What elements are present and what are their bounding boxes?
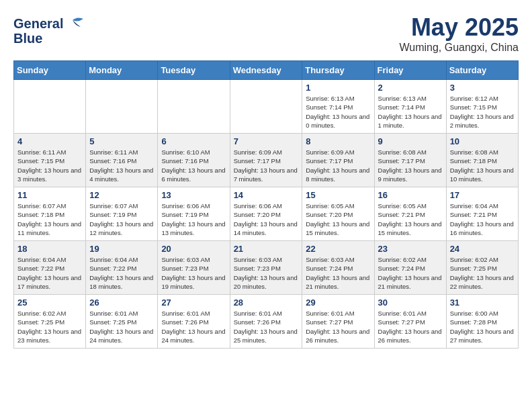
day-number: 1 <box>306 83 370 93</box>
calendar-cell: 17Sunrise: 6:04 AMSunset: 7:21 PMDayligh… <box>446 187 518 241</box>
day-info: Sunrise: 6:13 AMSunset: 7:14 PMDaylight:… <box>306 94 370 130</box>
day-info: Sunrise: 6:03 AMSunset: 7:23 PMDaylight:… <box>234 255 299 291</box>
day-info: Sunrise: 6:10 AMSunset: 7:16 PMDaylight:… <box>161 148 226 183</box>
svg-text:Blue: Blue <box>13 31 42 46</box>
calendar-cell <box>86 80 158 134</box>
weekday-header-thursday: Thursday <box>302 61 374 80</box>
weekday-header-friday: Friday <box>374 61 446 80</box>
day-number: 7 <box>234 136 299 146</box>
svg-text:General: General <box>13 16 63 31</box>
day-number: 17 <box>450 190 515 200</box>
day-info: Sunrise: 6:04 AMSunset: 7:22 PMDaylight:… <box>17 255 82 291</box>
day-info: Sunrise: 6:04 AMSunset: 7:21 PMDaylight:… <box>450 201 515 237</box>
weekday-header-tuesday: Tuesday <box>158 61 230 80</box>
day-info: Sunrise: 6:01 AMSunset: 7:25 PMDaylight:… <box>89 309 154 345</box>
calendar-table: SundayMondayTuesdayWednesdayThursdayFrid… <box>13 60 519 349</box>
title-block: May 2025 Wuming, Guangxi, China <box>399 13 519 54</box>
day-number: 23 <box>378 244 443 254</box>
calendar-cell: 25Sunrise: 6:02 AMSunset: 7:25 PMDayligh… <box>14 295 86 349</box>
logo: General Blue <box>13 13 87 50</box>
day-number: 27 <box>161 298 226 308</box>
calendar-cell: 12Sunrise: 6:07 AMSunset: 7:19 PMDayligh… <box>86 187 158 241</box>
calendar-cell: 7Sunrise: 6:09 AMSunset: 7:17 PMDaylight… <box>230 134 302 187</box>
day-number: 9 <box>378 136 443 146</box>
day-number: 26 <box>89 298 154 308</box>
calendar-cell: 1Sunrise: 6:13 AMSunset: 7:14 PMDaylight… <box>302 80 374 134</box>
calendar-week-1: 1Sunrise: 6:13 AMSunset: 7:14 PMDaylight… <box>14 80 519 134</box>
day-info: Sunrise: 6:01 AMSunset: 7:26 PMDaylight:… <box>161 309 226 345</box>
page-header: General Blue May 2025 Wuming, Guangxi, C… <box>13 13 519 54</box>
calendar-cell: 18Sunrise: 6:04 AMSunset: 7:22 PMDayligh… <box>14 241 86 295</box>
day-info: Sunrise: 6:13 AMSunset: 7:14 PMDaylight:… <box>378 94 443 130</box>
day-info: Sunrise: 6:02 AMSunset: 7:24 PMDaylight:… <box>378 255 443 291</box>
day-number: 29 <box>306 298 370 308</box>
day-number: 6 <box>161 136 226 146</box>
calendar-cell: 21Sunrise: 6:03 AMSunset: 7:23 PMDayligh… <box>230 241 302 295</box>
calendar-cell: 19Sunrise: 6:04 AMSunset: 7:22 PMDayligh… <box>86 241 158 295</box>
day-info: Sunrise: 6:01 AMSunset: 7:27 PMDaylight:… <box>306 309 370 345</box>
calendar-cell <box>14 80 86 134</box>
day-number: 15 <box>306 190 370 200</box>
calendar-cell: 11Sunrise: 6:07 AMSunset: 7:18 PMDayligh… <box>14 187 86 241</box>
day-info: Sunrise: 6:06 AMSunset: 7:19 PMDaylight:… <box>161 201 226 237</box>
calendar-week-4: 18Sunrise: 6:04 AMSunset: 7:22 PMDayligh… <box>14 241 519 295</box>
day-number: 28 <box>234 298 299 308</box>
day-number: 18 <box>17 244 82 254</box>
day-number: 16 <box>378 190 443 200</box>
day-number: 30 <box>378 298 443 308</box>
calendar-cell: 4Sunrise: 6:11 AMSunset: 7:15 PMDaylight… <box>14 134 86 187</box>
day-number: 20 <box>161 244 226 254</box>
day-number: 4 <box>17 136 82 146</box>
day-info: Sunrise: 6:01 AMSunset: 7:26 PMDaylight:… <box>234 309 299 345</box>
day-info: Sunrise: 6:12 AMSunset: 7:15 PMDaylight:… <box>450 94 515 130</box>
day-number: 12 <box>89 190 154 200</box>
calendar-header-row: SundayMondayTuesdayWednesdayThursdayFrid… <box>14 61 519 80</box>
calendar-cell: 14Sunrise: 6:06 AMSunset: 7:20 PMDayligh… <box>230 187 302 241</box>
day-number: 11 <box>17 190 82 200</box>
weekday-header-saturday: Saturday <box>446 61 518 80</box>
day-info: Sunrise: 6:02 AMSunset: 7:25 PMDaylight:… <box>17 309 82 345</box>
calendar-cell <box>230 80 302 134</box>
calendar-cell: 6Sunrise: 6:10 AMSunset: 7:16 PMDaylight… <box>158 134 230 187</box>
calendar-cell <box>158 80 230 134</box>
day-info: Sunrise: 6:04 AMSunset: 7:22 PMDaylight:… <box>89 255 154 291</box>
day-info: Sunrise: 6:01 AMSunset: 7:27 PMDaylight:… <box>378 309 443 345</box>
day-info: Sunrise: 6:06 AMSunset: 7:20 PMDaylight:… <box>234 201 299 237</box>
day-number: 2 <box>378 83 443 93</box>
calendar-cell: 9Sunrise: 6:08 AMSunset: 7:17 PMDaylight… <box>374 134 446 187</box>
weekday-header-monday: Monday <box>86 61 158 80</box>
day-info: Sunrise: 6:07 AMSunset: 7:19 PMDaylight:… <box>89 201 154 237</box>
calendar-cell: 16Sunrise: 6:05 AMSunset: 7:21 PMDayligh… <box>374 187 446 241</box>
day-number: 5 <box>89 136 154 146</box>
calendar-cell: 23Sunrise: 6:02 AMSunset: 7:24 PMDayligh… <box>374 241 446 295</box>
calendar-cell: 10Sunrise: 6:08 AMSunset: 7:18 PMDayligh… <box>446 134 518 187</box>
day-info: Sunrise: 6:00 AMSunset: 7:28 PMDaylight:… <box>450 309 515 345</box>
day-info: Sunrise: 6:02 AMSunset: 7:25 PMDaylight:… <box>450 255 515 291</box>
calendar-cell: 28Sunrise: 6:01 AMSunset: 7:26 PMDayligh… <box>230 295 302 349</box>
day-number: 21 <box>234 244 299 254</box>
day-number: 10 <box>450 136 515 146</box>
day-info: Sunrise: 6:08 AMSunset: 7:18 PMDaylight:… <box>450 148 515 183</box>
location: Wuming, Guangxi, China <box>399 42 519 54</box>
day-info: Sunrise: 6:05 AMSunset: 7:21 PMDaylight:… <box>378 201 443 237</box>
day-info: Sunrise: 6:05 AMSunset: 7:20 PMDaylight:… <box>306 201 370 237</box>
calendar-week-5: 25Sunrise: 6:02 AMSunset: 7:25 PMDayligh… <box>14 295 519 349</box>
calendar-cell: 20Sunrise: 6:03 AMSunset: 7:23 PMDayligh… <box>158 241 230 295</box>
calendar-cell: 22Sunrise: 6:03 AMSunset: 7:24 PMDayligh… <box>302 241 374 295</box>
day-info: Sunrise: 6:03 AMSunset: 7:23 PMDaylight:… <box>161 255 226 291</box>
calendar-week-2: 4Sunrise: 6:11 AMSunset: 7:15 PMDaylight… <box>14 134 519 187</box>
calendar-cell: 31Sunrise: 6:00 AMSunset: 7:28 PMDayligh… <box>446 295 518 349</box>
day-info: Sunrise: 6:09 AMSunset: 7:17 PMDaylight:… <box>234 148 299 183</box>
day-info: Sunrise: 6:07 AMSunset: 7:18 PMDaylight:… <box>17 201 82 237</box>
day-info: Sunrise: 6:11 AMSunset: 7:16 PMDaylight:… <box>89 148 154 183</box>
logo-icon: General Blue <box>13 13 87 47</box>
calendar-cell: 27Sunrise: 6:01 AMSunset: 7:26 PMDayligh… <box>158 295 230 349</box>
calendar-cell: 29Sunrise: 6:01 AMSunset: 7:27 PMDayligh… <box>302 295 374 349</box>
day-info: Sunrise: 6:03 AMSunset: 7:24 PMDaylight:… <box>306 255 370 291</box>
day-number: 8 <box>306 136 370 146</box>
calendar-cell: 3Sunrise: 6:12 AMSunset: 7:15 PMDaylight… <box>446 80 518 134</box>
day-number: 24 <box>450 244 515 254</box>
day-number: 19 <box>89 244 154 254</box>
weekday-header-wednesday: Wednesday <box>230 61 302 80</box>
calendar-cell: 26Sunrise: 6:01 AMSunset: 7:25 PMDayligh… <box>86 295 158 349</box>
